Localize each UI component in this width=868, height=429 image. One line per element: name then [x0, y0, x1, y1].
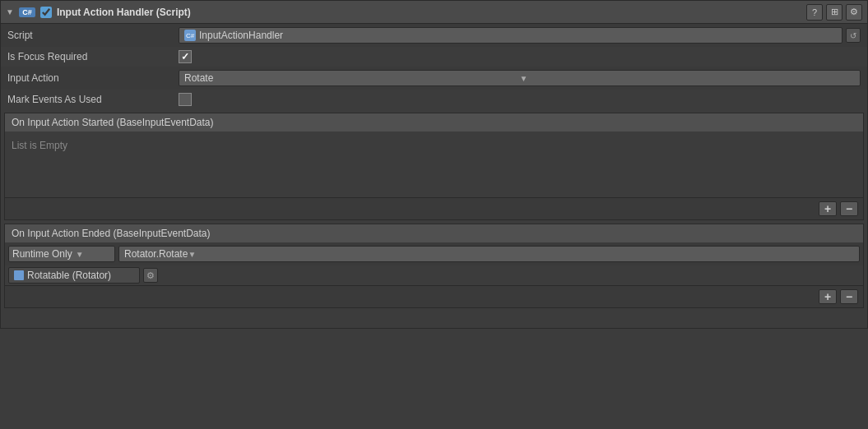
settings-button[interactable]: ⚙ [846, 4, 862, 21]
mark-events-checkbox-container [179, 93, 861, 106]
function-arrow: ▼ [188, 250, 196, 259]
runtime-arrow: ▼ [76, 250, 84, 259]
started-add-button[interactable]: + [819, 201, 837, 216]
object-value: Rotatable (Rotator) [27, 270, 111, 281]
panel-title: Input Action Handler (Script) [57, 7, 801, 18]
function-value: Rotator.Rotate [124, 248, 188, 260]
event-ended-footer: + − [5, 285, 863, 307]
event-started-footer: + − [5, 197, 863, 219]
collapse-chevron[interactable]: ▼ [6, 7, 14, 16]
focus-checkbox-container [179, 50, 861, 63]
event-ended-section: On Input Action Ended (BaseInputEventDat… [4, 224, 864, 308]
script-name: InputActionHandler [199, 30, 283, 41]
object-row: Rotatable (Rotator) ⚙ [5, 265, 863, 285]
input-action-selected: Rotate [184, 72, 520, 84]
focus-label: Is Focus Required [7, 51, 172, 62]
script-field[interactable]: C# InputActionHandler [179, 27, 842, 44]
object-icon [14, 270, 24, 280]
refresh-button[interactable]: ↺ [846, 28, 861, 43]
help-button[interactable]: ? [806, 4, 823, 21]
input-action-row: Input Action Rotate ▼ [1, 67, 867, 90]
focus-checkbox[interactable] [179, 50, 192, 63]
focus-row: Is Focus Required [1, 47, 867, 67]
bottom-spacer [1, 311, 867, 328]
function-dropdown[interactable]: Rotator.Rotate ▼ [118, 246, 860, 262]
script-label: Script [7, 30, 172, 41]
runtime-dropdown[interactable]: Runtime Only ▼ [8, 246, 115, 262]
component-panel: ▼ C# Input Action Handler (Script) ? ⊞ ⚙… [0, 0, 868, 329]
preset-button[interactable]: ⊞ [826, 4, 842, 21]
mark-events-checkbox[interactable] [179, 93, 192, 106]
mark-events-row: Mark Events As Used [1, 90, 867, 109]
mark-events-label: Mark Events As Used [7, 94, 172, 105]
event-started-body: List is Empty [5, 131, 863, 197]
input-action-label: Input Action [7, 72, 172, 84]
event-ended-row: Runtime Only ▼ Rotator.Rotate ▼ [5, 242, 863, 265]
script-value-container: C# InputActionHandler ↺ [179, 27, 861, 44]
script-icon: C# [184, 30, 196, 41]
runtime-value: Runtime Only [12, 248, 72, 260]
input-action-dropdown[interactable]: Rotate ▼ [179, 70, 861, 86]
input-action-arrow: ▼ [520, 74, 856, 83]
ended-remove-button[interactable]: − [840, 289, 858, 304]
panel-header: ▼ C# Input Action Handler (Script) ? ⊞ ⚙ [1, 1, 867, 24]
cs-badge: C# [19, 7, 35, 17]
script-row: Script C# InputActionHandler ↺ [1, 24, 867, 47]
event-started-section: On Input Action Started (BaseInputEventD… [4, 113, 864, 220]
object-field[interactable]: Rotatable (Rotator) [8, 267, 140, 284]
input-action-value-container: Rotate ▼ [179, 70, 861, 86]
event-ended-header: On Input Action Ended (BaseInputEventDat… [5, 224, 863, 242]
started-remove-button[interactable]: − [840, 201, 858, 216]
list-empty-text: List is Empty [12, 136, 856, 155]
object-gear-button[interactable]: ⚙ [143, 268, 158, 283]
enabled-checkbox[interactable] [40, 7, 52, 18]
header-icons: ? ⊞ ⚙ [806, 4, 862, 21]
ended-add-button[interactable]: + [819, 289, 837, 304]
event-started-header: On Input Action Started (BaseInputEventD… [5, 113, 863, 131]
